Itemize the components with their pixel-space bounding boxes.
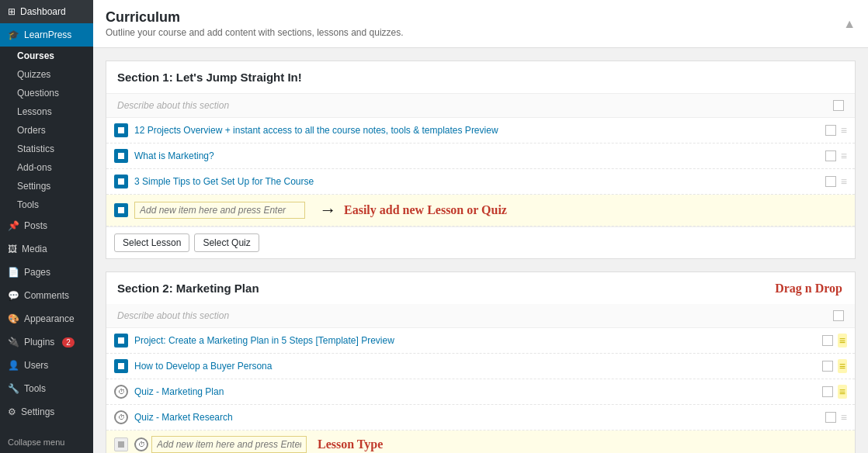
section-1-buttons: Select Lesson Select Quiz: [106, 226, 855, 258]
sidebar-label-users: Users: [24, 360, 48, 371]
sidebar-item-settings[interactable]: ⚙ Settings: [0, 400, 93, 424]
add-lesson-annotation-label: Easily add new Lesson or Quiz: [344, 203, 507, 217]
sidebar-item-comments[interactable]: 💬 Comments: [0, 284, 93, 307]
select-quiz-button-1[interactable]: Select Quiz: [194, 233, 259, 252]
settings-icon: ⚙: [8, 406, 16, 417]
lesson-checkbox[interactable]: [825, 125, 836, 136]
sidebar-label-tools2: Tools: [24, 383, 46, 394]
sidebar-item-tools[interactable]: 🔧 Tools: [0, 377, 93, 400]
sidebar-sub-addons[interactable]: Add-ons: [0, 158, 93, 177]
sidebar-label-settings2: Settings: [21, 406, 54, 417]
sidebar-item-dashboard[interactable]: ⊞ Dashboard: [0, 0, 93, 23]
lesson-title[interactable]: Project: Create a Marketing Plan in 5 St…: [134, 335, 818, 346]
sidebar-sub-lessons[interactable]: Lessons: [0, 102, 93, 121]
lesson-checkbox[interactable]: [825, 412, 836, 423]
sidebar-label-plugins: Plugins: [24, 337, 54, 348]
section-2-title: Section 2: Marketing Plan: [106, 272, 775, 304]
sidebar-label-addons: Add-ons: [17, 162, 52, 173]
lesson-type-icon: [114, 123, 128, 137]
drag-handle-icon[interactable]: ≡: [838, 385, 847, 399]
sidebar-item-media[interactable]: 🖼 Media: [0, 237, 93, 261]
plugins-badge: 2: [62, 337, 75, 348]
lesson-row: How to Develop a Buyer Persona ≡: [106, 354, 855, 379]
svg-rect-2: [118, 178, 124, 185]
lesson-new-icon: [114, 203, 128, 217]
sidebar-sub-settings[interactable]: Settings: [0, 177, 93, 195]
sidebar-label-pages: Pages: [24, 267, 50, 278]
drag-handle-icon[interactable]: ≡: [841, 175, 847, 188]
sidebar-item-learnpress[interactable]: 🎓 LearnPress: [0, 23, 93, 47]
grid-icon: ⊞: [8, 6, 16, 17]
section-1-describe: Describe about this section: [106, 94, 855, 118]
sidebar-sub-quizzes[interactable]: Quizzes: [0, 65, 93, 84]
lesson-type-annotation-label: Lesson Type: [318, 437, 383, 451]
sidebar-sub-statistics[interactable]: Statistics: [0, 140, 93, 158]
lesson-title[interactable]: 12 Projects Overview + instant access to…: [134, 125, 821, 136]
lesson-title[interactable]: How to Develop a Buyer Persona: [134, 361, 818, 372]
users-icon: 👤: [8, 360, 19, 371]
svg-rect-5: [118, 363, 124, 369]
sidebar-item-posts[interactable]: 📌 Posts: [0, 214, 93, 237]
quiz-type-icon: ⏱: [114, 385, 128, 399]
lesson-checkbox[interactable]: [822, 361, 833, 372]
section-2-describe-text: Describe about this section: [117, 310, 229, 321]
sidebar-label-media: Media: [22, 244, 47, 254]
quiz-type-selector-icon[interactable]: ⏱: [134, 437, 148, 451]
lesson-title[interactable]: What is Marketing?: [134, 150, 821, 161]
sidebar-label-settings: Settings: [17, 181, 50, 192]
quiz-title[interactable]: Quiz - Marketing Plan: [134, 386, 818, 397]
sidebar-sub-orders[interactable]: Orders: [0, 121, 93, 140]
new-item-input-2[interactable]: [151, 436, 307, 453]
section-1-checkbox[interactable]: [833, 100, 844, 111]
lesson-type-icon: [114, 175, 128, 188]
sidebar-label-orders: Orders: [17, 125, 46, 136]
curriculum-content: Section 1: Let's Jump Straight In! Descr…: [93, 48, 868, 453]
lesson-title[interactable]: 3 Simple Tips to Get Set Up for The Cour…: [134, 176, 821, 187]
lesson-checkbox[interactable]: [825, 150, 836, 161]
sidebar-item-plugins[interactable]: 🔌 Plugins 2: [0, 330, 93, 354]
drag-handle-icon[interactable]: ≡: [841, 124, 847, 137]
drag-handle-icon[interactable]: ≡: [838, 334, 847, 348]
section-1-describe-text: Describe about this section: [117, 100, 229, 111]
svg-rect-3: [118, 207, 124, 213]
sidebar-label-quizzes: Quizzes: [17, 69, 50, 80]
lesson-checkbox[interactable]: [822, 386, 833, 397]
drag-handle-icon[interactable]: ≡: [841, 150, 847, 162]
sidebar-sub-tools[interactable]: Tools: [0, 195, 93, 214]
section-1-title: Section 1: Let's Jump Straight In!: [106, 61, 855, 94]
sidebar: ⊞ Dashboard 🎓 LearnPress Courses Quizzes…: [0, 0, 93, 453]
pages-icon: 📄: [8, 267, 19, 278]
page-title: Curriculum: [106, 9, 404, 26]
quiz-title[interactable]: Quiz - Market Research: [134, 412, 821, 423]
collapse-menu-button[interactable]: Collapse menu: [0, 431, 93, 453]
drag-handle-icon[interactable]: ≡: [838, 359, 847, 373]
main-content-area: Curriculum Outline your course and add c…: [93, 0, 868, 453]
sidebar-sub-questions[interactable]: Questions: [0, 84, 93, 102]
lesson-type-selector-icon[interactable]: [114, 437, 128, 451]
comments-icon: 💬: [8, 290, 19, 301]
page-subtitle: Outline your course and add content with…: [106, 27, 404, 38]
tools-icon: 🔧: [8, 383, 19, 394]
sidebar-label-lessons: Lessons: [17, 106, 52, 117]
lesson-checkbox[interactable]: [825, 176, 836, 187]
sidebar-label-appearance: Appearance: [24, 313, 75, 324]
select-lesson-button-1[interactable]: Select Lesson: [114, 233, 189, 252]
lesson-row: 3 Simple Tips to Get Set Up for The Cour…: [106, 169, 855, 195]
quiz-row: ⏱ Quiz - Marketing Plan ≡: [106, 379, 855, 405]
sidebar-label-courses: Courses: [17, 50, 54, 61]
collapse-arrow-icon[interactable]: ▲: [843, 17, 856, 31]
add-new-item-row: ← Easily add new Lesson or Quiz: [106, 195, 855, 226]
sidebar-label-comments: Comments: [24, 290, 69, 301]
sidebar-item-users[interactable]: 👤 Users: [0, 354, 93, 377]
sidebar-label-dashboard: Dashboard: [20, 6, 66, 17]
section-2-checkbox[interactable]: [833, 310, 844, 321]
sidebar-sub-courses[interactable]: Courses: [0, 47, 93, 65]
sidebar-item-pages[interactable]: 📄 Pages: [0, 261, 93, 284]
sidebar-item-appearance[interactable]: 🎨 Appearance: [0, 307, 93, 330]
new-item-input[interactable]: [134, 202, 305, 219]
drag-handle-icon[interactable]: ≡: [841, 411, 847, 424]
lesson-checkbox[interactable]: [822, 335, 833, 346]
quiz-type-icon: ⏱: [114, 410, 128, 424]
lesson-type-icon: [114, 149, 128, 163]
sidebar-label-posts: Posts: [24, 220, 47, 231]
